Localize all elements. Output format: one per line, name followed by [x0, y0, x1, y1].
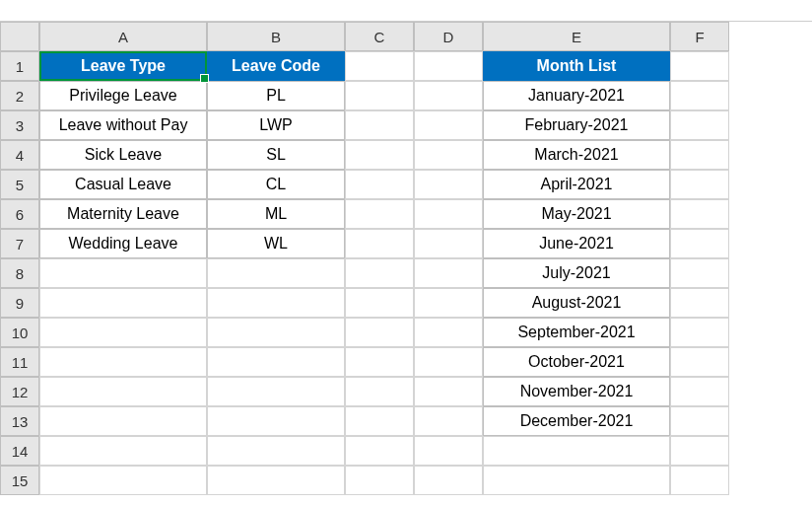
cell-f14[interactable] — [670, 436, 729, 466]
column-header-a[interactable]: A — [39, 22, 207, 51]
cell-f13[interactable] — [670, 406, 729, 436]
cell-a8[interactable] — [39, 258, 207, 288]
cell-b8[interactable] — [207, 258, 345, 288]
cell-d6[interactable] — [414, 199, 483, 229]
cell-b4[interactable]: SL — [207, 140, 345, 170]
cell-a2[interactable]: Privilege Leave — [39, 81, 207, 110]
cell-d15[interactable] — [414, 466, 483, 495]
cell-d14[interactable] — [414, 436, 483, 466]
cell-e6[interactable]: May-2021 — [483, 199, 670, 229]
row-header-8[interactable]: 8 — [0, 258, 39, 288]
cell-f7[interactable] — [670, 229, 729, 258]
cell-a10[interactable] — [39, 318, 207, 347]
cell-b13[interactable] — [207, 406, 345, 436]
row-header-13[interactable]: 13 — [0, 406, 39, 436]
row-header-6[interactable]: 6 — [0, 199, 39, 229]
cell-f12[interactable] — [670, 377, 729, 406]
cell-b10[interactable] — [207, 318, 345, 347]
cell-c8[interactable] — [345, 258, 414, 288]
cell-b1[interactable]: Leave Code — [207, 51, 345, 81]
cell-d3[interactable] — [414, 110, 483, 140]
cell-a9[interactable] — [39, 288, 207, 318]
cell-a12[interactable] — [39, 377, 207, 406]
cell-c7[interactable] — [345, 229, 414, 258]
cell-b14[interactable] — [207, 436, 345, 466]
row-header-12[interactable]: 12 — [0, 377, 39, 406]
cell-a11[interactable] — [39, 347, 207, 377]
cell-a6[interactable]: Maternity Leave — [39, 199, 207, 229]
cell-d1[interactable] — [414, 51, 483, 81]
cell-b3[interactable]: LWP — [207, 110, 345, 140]
cell-e3[interactable]: February-2021 — [483, 110, 670, 140]
column-header-f[interactable]: F — [670, 22, 729, 51]
cell-e8[interactable]: July-2021 — [483, 258, 670, 288]
cell-c10[interactable] — [345, 318, 414, 347]
cell-c14[interactable] — [345, 436, 414, 466]
cell-f6[interactable] — [670, 199, 729, 229]
cell-d13[interactable] — [414, 406, 483, 436]
cell-f5[interactable] — [670, 170, 729, 199]
cell-b5[interactable]: CL — [207, 170, 345, 199]
cell-b12[interactable] — [207, 377, 345, 406]
cell-c15[interactable] — [345, 466, 414, 495]
cell-c5[interactable] — [345, 170, 414, 199]
column-header-b[interactable]: B — [207, 22, 345, 51]
cell-f4[interactable] — [670, 140, 729, 170]
row-header-14[interactable]: 14 — [0, 436, 39, 466]
cell-e9[interactable]: August-2021 — [483, 288, 670, 318]
cell-d5[interactable] — [414, 170, 483, 199]
cell-b7[interactable]: WL — [207, 229, 345, 258]
cell-c9[interactable] — [345, 288, 414, 318]
cell-b11[interactable] — [207, 347, 345, 377]
cell-a1[interactable]: Leave Type — [39, 51, 207, 81]
cell-c13[interactable] — [345, 406, 414, 436]
cell-d11[interactable] — [414, 347, 483, 377]
select-all-corner[interactable] — [0, 22, 39, 51]
cell-f11[interactable] — [670, 347, 729, 377]
cell-c3[interactable] — [345, 110, 414, 140]
cell-e2[interactable]: January-2021 — [483, 81, 670, 110]
cell-e12[interactable]: November-2021 — [483, 377, 670, 406]
cell-e11[interactable]: October-2021 — [483, 347, 670, 377]
cell-b15[interactable] — [207, 466, 345, 495]
cell-b6[interactable]: ML — [207, 199, 345, 229]
cell-b2[interactable]: PL — [207, 81, 345, 110]
cell-a13[interactable] — [39, 406, 207, 436]
cell-f1[interactable] — [670, 51, 729, 81]
row-header-4[interactable]: 4 — [0, 140, 39, 170]
cell-d4[interactable] — [414, 140, 483, 170]
cell-a15[interactable] — [39, 466, 207, 495]
cell-e13[interactable]: December-2021 — [483, 406, 670, 436]
cell-d2[interactable] — [414, 81, 483, 110]
cell-c11[interactable] — [345, 347, 414, 377]
column-header-c[interactable]: C — [345, 22, 414, 51]
cell-e10[interactable]: September-2021 — [483, 318, 670, 347]
cell-f10[interactable] — [670, 318, 729, 347]
cell-a5[interactable]: Casual Leave — [39, 170, 207, 199]
cell-e1[interactable]: Month List — [483, 51, 670, 81]
row-header-2[interactable]: 2 — [0, 81, 39, 110]
column-header-e[interactable]: E — [483, 22, 670, 51]
cell-b9[interactable] — [207, 288, 345, 318]
cell-f15[interactable] — [670, 466, 729, 495]
cell-c4[interactable] — [345, 140, 414, 170]
cell-f2[interactable] — [670, 81, 729, 110]
column-header-d[interactable]: D — [414, 22, 483, 51]
cell-e14[interactable] — [483, 436, 670, 466]
cell-e15[interactable] — [483, 466, 670, 495]
cell-f3[interactable] — [670, 110, 729, 140]
row-header-3[interactable]: 3 — [0, 110, 39, 140]
cell-f9[interactable] — [670, 288, 729, 318]
cell-e7[interactable]: June-2021 — [483, 229, 670, 258]
row-header-7[interactable]: 7 — [0, 229, 39, 258]
row-header-15[interactable]: 15 — [0, 466, 39, 495]
row-header-1[interactable]: 1 — [0, 51, 39, 81]
row-header-9[interactable]: 9 — [0, 288, 39, 318]
formula-bar[interactable] — [0, 0, 812, 22]
row-header-5[interactable]: 5 — [0, 170, 39, 199]
cell-c12[interactable] — [345, 377, 414, 406]
cell-e4[interactable]: March-2021 — [483, 140, 670, 170]
row-header-11[interactable]: 11 — [0, 347, 39, 377]
cell-a14[interactable] — [39, 436, 207, 466]
cell-c2[interactable] — [345, 81, 414, 110]
